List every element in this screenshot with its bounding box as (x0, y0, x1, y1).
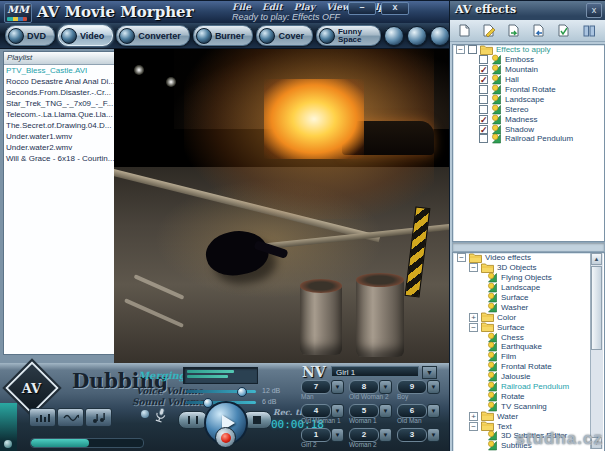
menu-view[interactable]: View (326, 2, 350, 12)
voice-number-field[interactable]: 8 (349, 380, 379, 394)
effect-film[interactable]: Film (453, 352, 604, 362)
microphone-button[interactable] (150, 405, 169, 428)
checkbox[interactable] (479, 134, 488, 143)
effect-earthquake[interactable]: Earthquake (453, 342, 604, 352)
library-scrollbar[interactable]: ▲ ▼ (590, 253, 603, 449)
effect-landscape[interactable]: Landscape (453, 283, 604, 293)
update-button[interactable] (384, 26, 404, 46)
tree-root-effects-to-apply[interactable]: −Effects to apply (453, 45, 604, 55)
collapse-icon[interactable]: − (469, 323, 478, 332)
chevron-down-icon[interactable]: ▼ (331, 428, 344, 442)
playlist-item[interactable]: Under.water1.wmv (4, 131, 114, 142)
record-button[interactable] (215, 427, 236, 448)
effect-flying-objects[interactable]: Flying Objects (453, 273, 604, 283)
voice-number-field[interactable]: 4 (301, 404, 331, 418)
expand-icon[interactable]: + (469, 313, 478, 322)
scroll-up-icon[interactable]: ▲ (591, 253, 602, 265)
checkbox-checked[interactable]: ✓ (479, 75, 488, 84)
collapse-icon[interactable]: − (456, 45, 465, 54)
chevron-down-icon[interactable]: ▼ (422, 366, 437, 379)
effects-close-button[interactable]: x (586, 3, 602, 18)
help-button[interactable] (430, 26, 450, 46)
apply-item-emboss[interactable]: Emboss (453, 55, 604, 65)
checkbox[interactable] (479, 55, 488, 64)
effect-washer[interactable]: Washer (453, 302, 604, 312)
voice-number-field[interactable]: 1 (301, 428, 331, 442)
folder-color[interactable]: +Color (453, 312, 604, 322)
playlist-item[interactable]: Seconds.From.Disaster.-.Cr... (4, 87, 114, 98)
checkbox[interactable] (479, 105, 488, 114)
tab-converter[interactable]: Converter (116, 25, 190, 46)
effect-surface[interactable]: Surface (453, 293, 604, 303)
folder-3d-objects[interactable]: −3D Objects (453, 263, 604, 273)
minimize-button[interactable]: – (348, 2, 376, 15)
expand-icon[interactable]: + (469, 412, 478, 421)
voice-number-field[interactable]: 3 (397, 428, 427, 442)
chevron-down-icon[interactable]: ▼ (331, 380, 344, 394)
voice-preset-button-2[interactable] (57, 408, 84, 427)
playlist-item[interactable]: Telecom.-.La.Llama.Que.Lla... (4, 109, 114, 120)
chevron-down-icon[interactable]: ▼ (427, 404, 440, 418)
checkbox[interactable] (479, 95, 488, 104)
import-effect-icon[interactable] (506, 23, 522, 38)
options-button[interactable] (407, 26, 427, 46)
apply-effect-icon[interactable] (556, 23, 572, 38)
tab-video[interactable]: Video (58, 25, 113, 46)
chevron-down-icon[interactable]: ▼ (427, 380, 440, 394)
export-effect-icon[interactable] (531, 23, 547, 38)
apply-item-railroad-pendulum[interactable]: Railroad Pendulum (453, 134, 604, 144)
voice-volume-thumb[interactable] (237, 387, 247, 397)
folder-water[interactable]: +Water (453, 411, 604, 421)
voice-number-field[interactable]: 6 (397, 404, 427, 418)
collapse-icon[interactable]: − (469, 422, 478, 431)
chevron-down-icon[interactable]: ▼ (331, 404, 344, 418)
effect-frontal-rotate[interactable]: Frontal Rotate (453, 362, 604, 372)
checkbox-checked[interactable]: ✓ (479, 125, 488, 134)
collapse-icon[interactable]: − (457, 253, 466, 262)
scrollbar-thumb[interactable] (591, 266, 602, 350)
effect-chess[interactable]: Chess (453, 332, 604, 342)
tab-cover[interactable]: Cover (256, 25, 313, 46)
voice-number-field[interactable]: 5 (349, 404, 379, 418)
voice-number-field[interactable]: 2 (349, 428, 379, 442)
tab-funny-space[interactable]: Funny Space (316, 25, 381, 46)
playlist-item[interactable]: Rocco Desastre Anal Anal Di... (4, 76, 114, 87)
playlist-item[interactable]: Will & Grace - 6x18 - Courtin... (4, 153, 114, 164)
playlist-item[interactable]: PTV_Bless_Castle.AVI (4, 65, 114, 76)
apply-item-frontal-rotate[interactable]: Frontal Rotate (453, 85, 604, 95)
apply-item-stereo[interactable]: Stereo (453, 104, 604, 114)
columns-icon[interactable] (581, 23, 597, 38)
apply-item-shadow[interactable]: ✓Shadow (453, 124, 604, 134)
collapse-icon[interactable]: − (469, 263, 478, 272)
close-button[interactable]: x (381, 2, 409, 15)
playlist-item[interactable]: Star_Trek_TNG_-_7x09_-_F... (4, 98, 114, 109)
voice-volume-slider[interactable] (186, 390, 256, 393)
menu-file[interactable]: File (232, 2, 251, 12)
voice-preset-button-3[interactable] (85, 408, 112, 427)
effect-jalousie[interactable]: Jalousie (453, 372, 604, 382)
playlist-item[interactable]: Under.water2.wmv (4, 142, 114, 153)
menu-edit[interactable]: Edit (262, 2, 283, 12)
apply-item-madness[interactable]: ✓Madness (453, 114, 604, 124)
chevron-down-icon[interactable]: ▼ (379, 428, 392, 442)
chevron-down-icon[interactable]: ▼ (379, 404, 392, 418)
voice-number-field[interactable]: 7 (301, 380, 331, 394)
effect-railroad-pendulum[interactable]: Railroad Pendulum (453, 382, 604, 392)
checkbox[interactable] (479, 85, 488, 94)
folder-video-effects[interactable]: −Video effects (453, 253, 604, 263)
folder-surface[interactable]: −Surface (453, 322, 604, 332)
voice-number-field[interactable]: 9 (397, 380, 427, 394)
edit-effect-icon[interactable] (481, 23, 497, 38)
checkbox-checked[interactable]: ✓ (479, 115, 488, 124)
effect-rotate[interactable]: Rotate (453, 391, 604, 401)
voice-preset-button-1[interactable] (29, 408, 56, 427)
tab-dvd[interactable]: DVD (5, 25, 55, 46)
checkbox-checked[interactable]: ✓ (479, 65, 488, 74)
apply-item-hall[interactable]: ✓Hall (453, 75, 604, 85)
chevron-down-icon[interactable]: ▼ (379, 380, 392, 394)
apply-item-mountain[interactable]: ✓Mountain (453, 65, 604, 75)
tab-burner[interactable]: Burner (193, 25, 254, 46)
playlist-item[interactable]: The.Secret.of.Drawing.04.D... (4, 120, 114, 131)
video-preview[interactable] (114, 49, 449, 363)
effect-tv-scanning[interactable]: TV Scanning (453, 401, 604, 411)
